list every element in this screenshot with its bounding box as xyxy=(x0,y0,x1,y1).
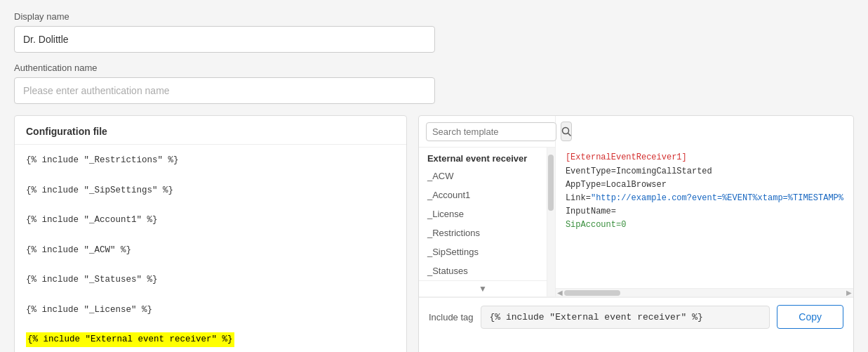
display-name-group: Display name xyxy=(14,11,854,53)
auth-name-input[interactable] xyxy=(14,77,435,104)
code-line: {% include "External event receiver" %} xyxy=(26,332,234,347)
code-preview-content: [ExternalEventReceiver1]EventType=Incomi… xyxy=(556,116,853,288)
h-scroll-thumb xyxy=(564,290,620,296)
auth-name-label: Authentication name xyxy=(14,63,854,73)
template-list-header: External event receiver xyxy=(419,148,547,167)
code-line: {% include "_Restrictions" %} xyxy=(26,153,395,168)
right-top: External event receiver _ACW_Account1_Li… xyxy=(419,116,853,297)
code-line: {% include "_License" %} xyxy=(26,303,395,318)
preview-line: EventType=IncomingCallStarted xyxy=(566,165,843,178)
template-item[interactable]: _License xyxy=(419,204,547,223)
code-line: {% include "_Account1" %} xyxy=(26,213,395,228)
preview-line: AppType=LocalBrowser xyxy=(566,178,843,192)
template-item[interactable]: _Account1 xyxy=(419,185,547,204)
code-line: {% include "_Statuses" %} xyxy=(26,273,395,287)
include-tag-label: Include tag xyxy=(429,312,474,322)
scroll-indicator xyxy=(547,148,555,296)
config-code-area: {% include "_Restrictions" %}{% include … xyxy=(15,145,406,352)
code-line: {% include "_SipSettings" %} xyxy=(26,183,395,198)
auth-name-group: Authentication name xyxy=(14,63,854,104)
dropdown-arrow-icon[interactable]: ▼ xyxy=(419,280,547,296)
copy-button[interactable]: Copy xyxy=(777,305,843,329)
horizontal-scroll-bar: ◀ ▶ xyxy=(556,288,853,296)
top-section: Display name Authentication name xyxy=(14,11,854,104)
search-input[interactable] xyxy=(426,122,556,141)
template-item[interactable]: _Statuses xyxy=(419,261,547,280)
template-list: _ACW_Account1_License_Restrictions_SipSe… xyxy=(419,167,547,280)
scroll-thumb xyxy=(548,155,554,211)
preview-line: SipAccount=0 xyxy=(566,219,843,232)
code-preview-section: [ExternalEventReceiver1]EventType=Incomi… xyxy=(556,116,853,296)
list-and-scroll: External event receiver _ACW_Account1_Li… xyxy=(419,148,555,296)
search-bar xyxy=(419,116,555,148)
template-list-section: External event receiver _ACW_Account1_Li… xyxy=(419,116,556,296)
template-item[interactable]: _SipSettings xyxy=(419,242,547,261)
display-name-input[interactable] xyxy=(14,26,435,53)
display-name-label: Display name xyxy=(14,11,854,22)
preview-line: Link="http://example.com?event=%EVENT%xt… xyxy=(566,192,843,205)
preview-line: InputName= xyxy=(566,205,843,219)
right-panel: External event receiver _ACW_Account1_Li… xyxy=(418,115,854,352)
template-item[interactable]: _Restrictions xyxy=(419,223,547,242)
right-bottom: Include tag {% include "External event r… xyxy=(419,297,853,336)
include-tag-value: {% include "External event receiver" %} xyxy=(481,306,770,329)
page: Display name Authentication name Configu… xyxy=(0,0,868,352)
config-panel: Configuration file {% include "_Restrict… xyxy=(14,115,407,352)
preview-line: [ExternalEventReceiver1] xyxy=(566,151,843,164)
bottom-section: Configuration file {% include "_Restrict… xyxy=(14,115,854,352)
config-panel-header: Configuration file xyxy=(15,116,406,145)
template-item[interactable]: _ACW xyxy=(419,167,547,185)
code-line: {% include "_ACW" %} xyxy=(26,243,395,258)
